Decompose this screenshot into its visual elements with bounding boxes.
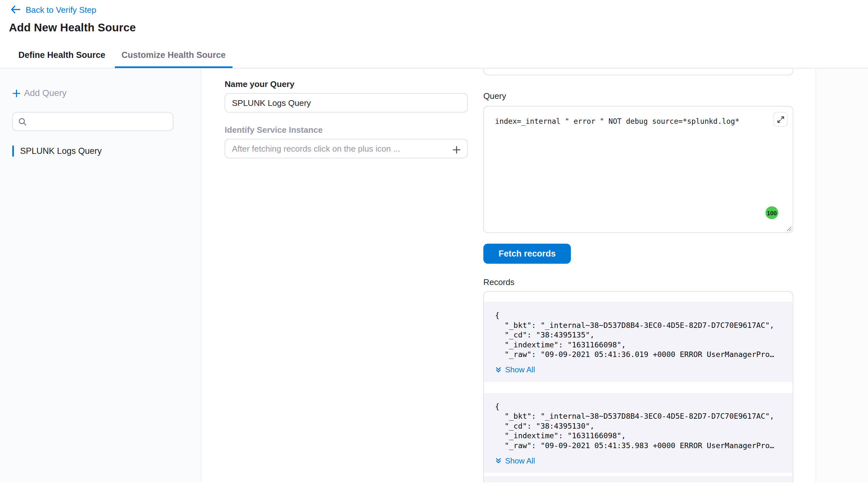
tab-customize-health-source[interactable]: Customize Health Source <box>115 42 232 68</box>
query-name-input[interactable] <box>224 93 468 113</box>
query-panel-column: Query index=_internal " error " NOT debu… <box>483 68 793 482</box>
record-card: { "_bkt": "_internal~38~D537D8B4-3EC0-4D… <box>484 393 793 473</box>
chevrons-down-icon <box>495 366 502 373</box>
clipped-input-field[interactable] <box>483 68 793 75</box>
tab-customize-label: Customize Health Source <box>122 50 226 60</box>
query-form-column: Name your Query Identify Service Instanc… <box>224 68 468 158</box>
tab-define-health-source[interactable]: Define Health Source <box>12 42 112 68</box>
record-count-badge: 100 <box>765 206 778 219</box>
service-instance-input[interactable] <box>224 139 468 158</box>
tab-bar: Define Health Source Customize Health So… <box>0 42 868 68</box>
selected-query-indicator <box>12 146 14 157</box>
plus-icon <box>452 145 461 154</box>
add-query-label: Add Query <box>24 88 66 98</box>
service-instance-field <box>224 139 468 158</box>
right-rail <box>815 68 868 482</box>
record-json-line: { <box>495 402 785 412</box>
record-json-line: "_cd": "38:4395130", <box>495 421 785 431</box>
plus-icon <box>12 89 21 97</box>
record-json-line: "_bkt": "_internal~38~D537D8B4-3EC0-4D5E… <box>495 320 785 330</box>
query-text: index=_internal " error " NOT debug sour… <box>495 116 765 126</box>
record-json-line: "_bkt": "_internal~38~D537D8B4-3EC0-4D5E… <box>495 411 785 421</box>
show-all-link[interactable]: Show All <box>495 456 535 465</box>
record-json-line: "_indextime": "1631166098", <box>495 431 785 441</box>
back-link-label: Back to Verify Step <box>26 5 96 14</box>
show-all-link[interactable]: Show All <box>495 365 535 374</box>
content-area: Add Query SPLUNK Logs Query Name your Qu… <box>0 68 868 482</box>
resize-handle-icon[interactable] <box>785 225 792 231</box>
show-all-label: Show All <box>505 365 535 374</box>
page-header: Back to Verify Step Add New Health Sourc… <box>0 0 868 42</box>
query-label: Query <box>483 91 793 100</box>
record-json-line: "_cd": "38:4395135", <box>495 330 785 340</box>
main-panel: Name your Query Identify Service Instanc… <box>201 68 815 482</box>
records-panel: { "_bkt": "_internal~38~D537D8B4-3EC0-4D… <box>483 291 793 482</box>
query-search[interactable] <box>12 112 173 131</box>
app-window: Back to Verify Step Add New Health Sourc… <box>0 0 868 483</box>
add-query-button[interactable]: Add Query <box>12 88 66 98</box>
query-list-item-label: SPLUNK Logs Query <box>20 146 102 156</box>
record-json-line: "_raw": "09-09-2021 05:41:35.983 +0000 E… <box>495 441 785 451</box>
add-service-instance-button[interactable] <box>450 143 462 155</box>
chevrons-down-icon <box>495 457 502 464</box>
query-sidebar: Add Query SPLUNK Logs Query <box>0 68 201 482</box>
fetch-records-button[interactable]: Fetch records <box>483 244 571 264</box>
record-json-line: "_raw": "09-09-2021 05:41:36.019 +0000 E… <box>495 350 785 360</box>
record-card: { "_bkt": "_internal~38~D537D8B4-3EC0-4D… <box>484 302 793 382</box>
back-link[interactable]: Back to Verify Step <box>10 4 96 15</box>
record-json-line: { <box>495 310 785 321</box>
service-instance-label: Identify Service Instance <box>224 125 468 134</box>
page-title: Add New Health Source <box>9 21 859 34</box>
tab-define-label: Define Health Source <box>19 50 105 60</box>
query-list-item[interactable]: SPLUNK Logs Query <box>12 146 188 157</box>
search-icon <box>19 117 27 126</box>
records-label: Records <box>483 277 793 286</box>
query-textarea[interactable]: index=_internal " error " NOT debug sour… <box>483 106 793 233</box>
expand-icon <box>776 115 784 123</box>
record-card-clipped <box>484 476 793 482</box>
name-query-label: Name your Query <box>224 79 468 89</box>
show-all-label: Show All <box>505 456 535 465</box>
record-json-line: "_indextime": "1631166098", <box>495 340 785 350</box>
query-search-input[interactable] <box>31 117 167 126</box>
back-arrow-icon <box>10 5 21 14</box>
expand-query-button[interactable] <box>773 112 788 126</box>
